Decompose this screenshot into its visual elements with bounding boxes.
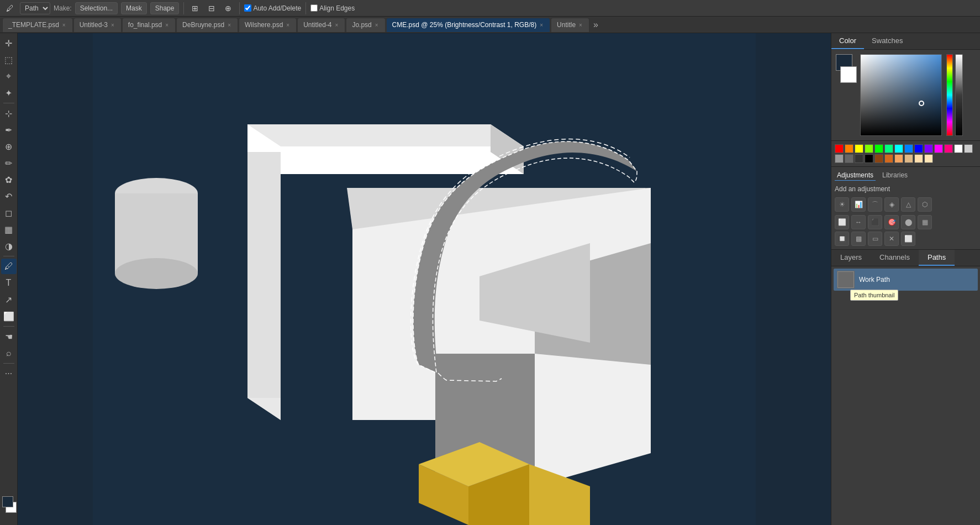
background-color-box[interactable] (840, 66, 857, 83)
exposure-icon[interactable]: ◈ (884, 197, 899, 212)
tab-close-wilshere[interactable]: × (285, 22, 291, 28)
swatch-22[interactable] (914, 154, 923, 163)
tab-color[interactable]: Color (831, 33, 864, 49)
hue-strip[interactable] (946, 54, 953, 136)
swatch-11[interactable] (944, 144, 953, 153)
selection-button[interactable]: Selection... (75, 2, 118, 14)
tab-libraries[interactable]: Libraries (880, 170, 910, 181)
more-tools[interactable]: ··· (1, 366, 17, 381)
hand-tool[interactable]: ☚ (1, 329, 17, 344)
color-gradient[interactable] (860, 54, 942, 136)
swatch-21[interactable] (904, 154, 913, 163)
tab-adjustments[interactable]: Adjustments (835, 170, 876, 181)
swatch-23[interactable] (924, 154, 933, 163)
swatch-16[interactable] (855, 154, 863, 163)
swatch-0[interactable] (835, 144, 844, 153)
selective-color-icon[interactable]: ✕ (884, 232, 899, 246)
tab-fofinal[interactable]: fo_final.psd × (122, 18, 176, 32)
quick-select-tool[interactable]: ✦ (1, 85, 17, 101)
swatch-13[interactable] (964, 144, 973, 153)
align-icon[interactable]: ⊞ (188, 2, 202, 15)
gradient-tool[interactable]: ▦ (1, 222, 17, 237)
hue-saturation-icon[interactable]: ⬡ (918, 197, 932, 212)
color-lookup-icon[interactable]: ⬤ (901, 215, 915, 229)
align-edges-label[interactable]: Align Edges (310, 4, 355, 12)
brightness-contrast-icon[interactable]: ☀ (835, 197, 849, 212)
invert-icon[interactable]: ▦ (918, 215, 932, 229)
distribute-icon[interactable]: ⊟ (205, 2, 218, 15)
tab-cme[interactable]: CME.psd @ 25% (Brightness/Contrast 1, RG… (386, 18, 550, 32)
tab-layers[interactable]: Layers (831, 250, 871, 266)
swatch-9[interactable] (924, 144, 933, 153)
swatch-2[interactable] (855, 144, 863, 153)
swatch-3[interactable] (865, 144, 873, 153)
shape-button[interactable]: Shape (150, 2, 180, 14)
channel-mixer-icon[interactable]: 🎯 (884, 215, 899, 229)
work-path-item[interactable]: Work Path Path thumbnail (834, 269, 978, 291)
tool-icon[interactable]: 🖊 (3, 2, 17, 15)
swatch-8[interactable] (914, 144, 923, 153)
solid-color-icon[interactable]: ⬜ (901, 232, 915, 246)
dodge-tool[interactable]: ◑ (1, 238, 17, 254)
tab-wilshere[interactable]: Wilshere.psd × (239, 18, 297, 32)
swatch-15[interactable] (845, 154, 853, 163)
select-tool[interactable]: ⬚ (1, 52, 17, 67)
tab-close-fofinal[interactable]: × (164, 22, 170, 28)
tab-close-jo[interactable]: × (374, 22, 380, 28)
auto-add-delete-input[interactable] (244, 4, 251, 12)
pen-tool[interactable]: 🖊 (1, 259, 17, 274)
tab-untitled3[interactable]: Untitled-3 × (73, 18, 122, 32)
eraser-tool[interactable]: ◻ (1, 205, 17, 221)
swatch-5[interactable] (884, 144, 893, 153)
foreground-color[interactable] (2, 496, 13, 507)
brush-tool[interactable]: ✏ (1, 155, 17, 171)
tab-template[interactable]: _TEMPLATE.psd × (2, 18, 73, 32)
align-edges-input[interactable] (310, 4, 318, 12)
tab-close-untitle[interactable]: × (578, 22, 583, 28)
canvas-area[interactable] (18, 33, 831, 525)
tab-jo[interactable]: Jo.psd × (346, 18, 385, 32)
threshold-icon[interactable]: ▩ (851, 232, 866, 246)
opacity-strip[interactable] (955, 54, 963, 136)
photo-filter-icon[interactable]: ⬛ (868, 215, 882, 229)
tab-close-template[interactable]: × (61, 22, 67, 28)
swatch-17[interactable] (865, 154, 873, 163)
tabs-overflow-button[interactable]: » (590, 20, 602, 30)
tab-close-cme[interactable]: × (539, 22, 544, 28)
text-tool[interactable]: T (1, 275, 17, 291)
tab-close-untitled3[interactable]: × (110, 22, 115, 28)
swatch-18[interactable] (874, 154, 883, 163)
swatch-4[interactable] (874, 144, 883, 153)
curves-icon[interactable]: ⌒ (868, 197, 882, 212)
vibrance-icon[interactable]: △ (901, 197, 915, 212)
heal-brush-tool[interactable]: ⊕ (1, 139, 17, 154)
swatch-19[interactable] (884, 154, 893, 163)
clone-stamp-tool[interactable]: ✿ (1, 172, 17, 187)
swatch-1[interactable] (845, 144, 853, 153)
path-ops-icon[interactable]: ⊕ (222, 2, 235, 15)
tab-close-debruyne[interactable]: × (226, 22, 232, 28)
shape-tool[interactable]: ⬜ (1, 308, 17, 324)
history-brush-tool[interactable]: ↶ (1, 188, 17, 204)
auto-add-delete-checkbox[interactable]: Auto Add/Delete (244, 4, 301, 12)
color-balance-icon[interactable]: ⬜ (835, 215, 849, 229)
eyedropper-tool[interactable]: ✒ (1, 122, 17, 138)
levels-icon[interactable]: 📊 (851, 197, 866, 212)
swatch-20[interactable] (894, 154, 903, 163)
swatch-14[interactable] (835, 154, 844, 163)
bw-icon[interactable]: ↔ (851, 215, 866, 229)
zoom-tool[interactable]: ⌕ (1, 345, 17, 361)
tab-paths[interactable]: Paths (919, 250, 955, 266)
swatch-7[interactable] (904, 144, 913, 153)
crop-tool[interactable]: ⊹ (1, 106, 17, 121)
tab-swatches[interactable]: Swatches (864, 33, 910, 49)
tool-type-select[interactable]: Path (20, 2, 50, 14)
tab-untitled4[interactable]: Untitled-4 × (297, 18, 345, 32)
swatch-10[interactable] (934, 144, 943, 153)
tab-channels[interactable]: Channels (871, 250, 919, 266)
tab-close-untitled4[interactable]: × (334, 22, 340, 28)
gradient-map-icon[interactable]: ▭ (868, 232, 882, 246)
move-tool[interactable]: ✛ (1, 35, 17, 51)
mask-button[interactable]: Mask (121, 2, 147, 14)
path-select-tool[interactable]: ↗ (1, 292, 17, 307)
